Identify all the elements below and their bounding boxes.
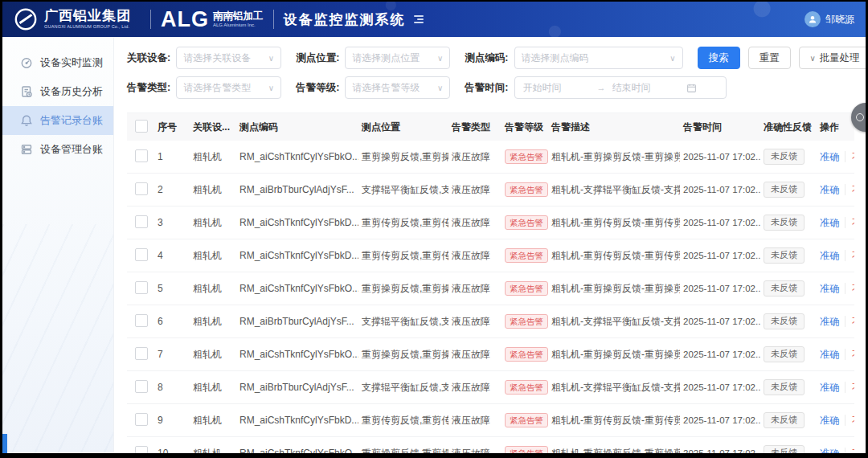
row-seq: 2: [154, 184, 190, 195]
brand-subtitle: ALG Aluminium Inc.: [213, 22, 264, 27]
inaccurate-link[interactable]: 不准确: [845, 415, 854, 426]
brand-block: 南南铝加工 ALG Aluminium Inc.: [213, 11, 264, 28]
inaccurate-link[interactable]: 不准确: [845, 283, 854, 294]
row-time: 2025-11-07 17:02...: [680, 350, 760, 359]
alarm-time-label: 告警时间:: [465, 81, 508, 95]
alarm-level-badge: 紧急告警: [505, 380, 548, 395]
table-body: 1 粗轧机 RM_aiCshTknfCylYsFbkO... 重剪操剪反馈,重剪…: [127, 141, 854, 453]
accurate-link[interactable]: 准确: [820, 151, 839, 162]
inaccurate-link[interactable]: 不准确: [845, 448, 854, 454]
feedback-status-badge: 未反馈: [764, 313, 805, 329]
row-checkbox[interactable]: [135, 347, 148, 360]
row-device: 粗轧机: [190, 249, 236, 263]
table-row: 5 粗轧机 RM_aiCshTknfCylYsFbkO... 重剪操剪反馈,重剪…: [127, 272, 854, 305]
accurate-link[interactable]: 准确: [820, 316, 839, 327]
table-row: 7 粗轧机 RM_aiCshTknfCylYsFbkO... 重剪操剪反馈,重剪…: [127, 338, 854, 371]
select-all-checkbox[interactable]: [135, 120, 148, 133]
feedback-status-badge: 未反馈: [764, 412, 805, 428]
row-desc: 粗轧机-重剪传剪反馈-重剪传剪...: [548, 414, 680, 427]
alarm-type-select[interactable]: 请选择告警类型 ∨: [176, 76, 281, 99]
accurate-link[interactable]: 准确: [820, 349, 839, 360]
point-code-select[interactable]: 请选择测点编码 ∨: [514, 47, 683, 69]
row-checkbox[interactable]: [135, 248, 148, 261]
feedback-status-badge: 未反馈: [764, 445, 805, 453]
row-checkbox[interactable]: [135, 281, 148, 294]
sidebar-item-alarm-records[interactable]: 告警记录台账: [2, 106, 113, 135]
inaccurate-link[interactable]: 不准确: [845, 184, 854, 195]
row-seq: 10: [154, 448, 190, 453]
alarm-level-badge: 紧急告警: [505, 182, 548, 198]
batch-process-button[interactable]: ∨批量处理: [799, 47, 868, 69]
row-checkbox[interactable]: [135, 413, 148, 426]
inaccurate-link[interactable]: 不准确: [845, 250, 854, 261]
main-content: 关联设备: 请选择关联设备 ∨ 测点位置: 请选择测点位置 ∨ 测点编码:: [114, 37, 866, 453]
inaccurate-link[interactable]: 不准确: [845, 349, 854, 360]
sidebar-item-history-analysis[interactable]: 设备历史分析: [2, 77, 113, 106]
calendar-icon: [686, 83, 697, 93]
brand-acronym: ALG: [161, 9, 209, 31]
row-type: 液压故障: [448, 348, 502, 362]
alarm-level-badge: 紧急告警: [505, 248, 548, 264]
collapse-menu-icon[interactable]: [414, 15, 424, 23]
end-time-input[interactable]: [611, 81, 682, 94]
inaccurate-link[interactable]: 不准确: [845, 151, 854, 162]
row-device: 粗轧机: [190, 414, 236, 427]
row-seq: 4: [154, 250, 190, 261]
filter-point-location: 测点位置: 请选择测点位置 ∨: [296, 47, 450, 69]
row-desc: 粗轧机-支撑辊平衡缸反馈-支撑...: [548, 183, 680, 197]
row-checkbox[interactable]: [135, 380, 148, 393]
row-checkbox[interactable]: [135, 215, 148, 228]
row-time: 2025-11-07 17:02...: [680, 185, 760, 194]
point-location-select[interactable]: 请选择测点位置 ∨: [345, 47, 450, 69]
row-checkbox[interactable]: [135, 149, 148, 162]
sidebar: 设备实时监测 设备历史分析 告警记录台账 设备管理台账: [2, 37, 114, 453]
inaccurate-link[interactable]: 不准确: [845, 217, 854, 228]
row-checkbox[interactable]: [135, 182, 148, 195]
inaccurate-link[interactable]: 不准确: [845, 316, 854, 327]
point-location-placeholder: 请选择测点位置: [352, 51, 432, 65]
alarm-time-range-picker[interactable]: →: [514, 76, 727, 99]
row-checkbox[interactable]: [135, 314, 148, 327]
reset-button[interactable]: 重置: [748, 47, 791, 69]
row-time: 2025-11-07 17:02...: [680, 251, 760, 260]
sidebar-item-device-management[interactable]: 设备管理台账: [2, 135, 113, 164]
sidebar-item-realtime-monitor[interactable]: 设备实时监测: [2, 48, 113, 77]
row-checkbox[interactable]: [135, 446, 148, 454]
user-profile[interactable]: 邹晓源: [805, 11, 854, 27]
row-type: 液压故障: [448, 150, 502, 164]
accurate-link[interactable]: 准确: [820, 448, 839, 454]
filter-point-code: 测点编码: 请选择测点编码 ∨: [465, 47, 682, 69]
row-location: 重剪传剪反馈,重剪传...: [358, 249, 448, 263]
related-device-select[interactable]: 请选择关联设备 ∨: [176, 47, 281, 69]
row-time: 2025-11-07 17:02...: [680, 415, 760, 425]
alarm-level-select[interactable]: 请选择告警等级 ∨: [345, 76, 450, 99]
header-divider: [273, 10, 274, 29]
inaccurate-link[interactable]: 不准确: [845, 382, 854, 393]
feedback-status-badge: 未反馈: [764, 215, 805, 231]
search-button[interactable]: 搜索: [698, 47, 740, 69]
chevron-down-icon: ∨: [268, 84, 274, 92]
feedback-status-badge: 未反馈: [764, 149, 805, 165]
col-location: 测点位置: [358, 121, 448, 134]
accurate-link[interactable]: 准确: [820, 184, 839, 195]
chevron-down-icon: ∨: [669, 54, 675, 63]
accurate-link[interactable]: 准确: [820, 250, 839, 261]
accurate-link[interactable]: 准确: [820, 283, 839, 294]
alarm-level-badge: 紧急告警: [505, 149, 548, 165]
row-type: 液压故障: [448, 216, 502, 230]
filter-row-2: 告警类型: 请选择告警类型 ∨ 告警等级: 请选择告警等级 ∨ 告警时间:: [127, 76, 854, 99]
start-time-input[interactable]: [522, 81, 592, 94]
chevron-down-icon: ∨: [437, 84, 443, 92]
accurate-link[interactable]: 准确: [820, 415, 839, 426]
row-time: 2025-11-07 17:02...: [680, 284, 760, 293]
related-device-label: 关联设备:: [127, 51, 170, 65]
chevron-down-icon: ∨: [268, 54, 274, 63]
row-device: 粗轧机: [190, 315, 236, 329]
widget-icon: [856, 113, 864, 121]
user-avatar: [805, 11, 821, 27]
accurate-link[interactable]: 准确: [820, 217, 839, 228]
row-time: 2025-11-07 17:02...: [680, 448, 760, 453]
row-location: 重剪操剪反馈,重剪操...: [358, 150, 448, 164]
accurate-link[interactable]: 准确: [820, 382, 839, 393]
col-desc: 告警描述: [548, 121, 680, 134]
